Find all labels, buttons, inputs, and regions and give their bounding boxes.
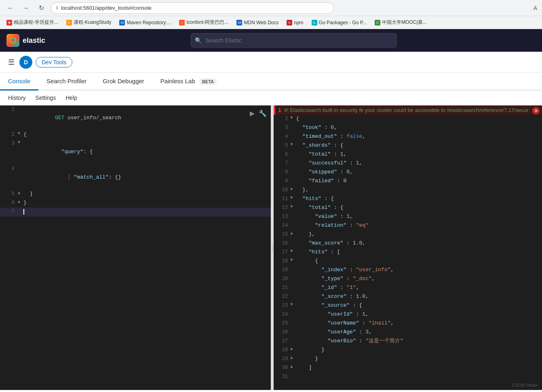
app-toolbar: ☰ D Dev Tools <box>0 52 542 73</box>
output-line-31: 31 <box>274 373 542 381</box>
text-cursor <box>23 209 24 215</box>
editor-line-3: 3 ▼ "query": { <box>0 139 271 164</box>
bookmark-6[interactable]: G Go Packages - Go P... <box>308 19 370 26</box>
editor-line-2: 2 ▼ { <box>0 131 271 139</box>
warning-banner: 1 #! Elasticsearch built-in security fe … <box>274 105 542 115</box>
bookmark-2[interactable]: M Maven Repository:... <box>116 19 174 26</box>
output-line-18: 18 ▼ { <box>274 257 542 266</box>
wrench-button[interactable]: 🔧 <box>258 109 268 118</box>
bookmark-favicon-1: K <box>66 20 72 25</box>
output-line-26: 26 "userAge" : 3, <box>274 328 542 337</box>
warning-text: 1 #! Elasticsearch built-in security fe … <box>278 107 529 113</box>
output-line-22: 22 "_score" : 1.0, <box>274 293 542 301</box>
warning-close-button[interactable]: ✕ <box>532 107 540 114</box>
code-text-7 <box>23 208 24 216</box>
bookmark-label-0: 精品课程-学历提升... <box>14 19 58 26</box>
code-text-4: │ "match_all": {} <box>23 165 121 190</box>
elastic-logo-text: elastic <box>23 36 45 45</box>
output-line-29: 29 ▲ } <box>274 355 542 364</box>
fold-6: ▲ <box>18 199 22 205</box>
search-icon: 🔍 <box>195 37 202 44</box>
elastic-logo[interactable]: elastic <box>6 34 45 47</box>
editor-panel: ▶ 🔧 1 GET user_info/_search 2 ▼ { 3 ▼ <box>0 105 271 390</box>
beta-badge: BETA <box>199 78 217 85</box>
bookmark-favicon-7: C <box>375 20 380 25</box>
line-number-6: 6 <box>3 199 15 207</box>
code-text-1: GET user_info/_search <box>23 105 121 131</box>
bookmark-favicon-0: ★ <box>6 20 12 25</box>
output-line-17: 17 ▼ "hits" : [ <box>274 248 542 257</box>
code-text-6: } <box>23 199 27 207</box>
a11y-label: A <box>534 5 537 11</box>
elastic-search-wrap: 🔍 <box>191 33 397 48</box>
editor-content[interactable]: 1 GET user_info/_search 2 ▼ { 3 ▼ "query… <box>0 105 271 390</box>
output-line-15: 15 ▲ }, <box>274 230 542 239</box>
editor-line-4: 4 │ "match_all": {} <box>0 165 271 190</box>
output-line-5: 5 ▼ "_shards" : { <box>274 141 542 150</box>
bookmark-favicon-3: i <box>179 20 185 25</box>
output-line-4: 4 "timed_out" : false, <box>274 133 542 141</box>
output-line-3: 3 "took" : 0, <box>274 124 542 133</box>
tabs-bar: Console Search Profiler Grok Debugger Pa… <box>0 73 542 91</box>
address-bar[interactable]: ℹ localhost:5601/app/dev_tools#/console <box>51 2 334 14</box>
help-button[interactable]: Help <box>64 94 79 102</box>
elastic-header: elastic 🔍 <box>0 29 542 52</box>
output-line-16: 16 "max_score" : 1.0, <box>274 239 542 248</box>
output-line-28: 28 ▲ } <box>274 346 542 355</box>
tab-painless-lab[interactable]: Painless Lab BETA <box>152 73 225 91</box>
user-avatar: D <box>19 56 32 69</box>
output-line-27: 27 "userBio" : "这是一个简介" <box>274 337 542 346</box>
output-line-11: 11 ▼ "hits" : { <box>274 195 542 204</box>
tab-console[interactable]: Console <box>0 73 38 91</box>
elastic-search-input[interactable] <box>191 33 397 48</box>
output-line-20: 20 "_type" : "_doc", <box>274 275 542 284</box>
output-line-23: 23 ▼ "_source" : { <box>274 301 542 310</box>
output-line-25: 25 "userName" : "lhail", <box>274 319 542 328</box>
bookmark-favicon-4: M <box>236 20 242 25</box>
elastic-logo-icon <box>6 34 19 47</box>
output-content[interactable]: 2 ▼ { 3 "took" : 0, 4 "timed_out" : fals… <box>274 115 542 390</box>
bookmark-3[interactable]: i iconfont-阿里巴巴... <box>176 18 232 27</box>
dev-tools-button[interactable]: Dev Tools <box>36 57 72 67</box>
bookmark-label-5: npm <box>294 20 303 25</box>
tab-search-profiler[interactable]: Search Profiler <box>38 73 95 91</box>
editor-actions: ▶ 🔧 <box>249 109 268 118</box>
run-button[interactable]: ▶ <box>249 109 255 118</box>
settings-button[interactable]: Settings <box>34 94 58 102</box>
bookmark-1[interactable]: K 课程-KuangStudy <box>63 18 114 27</box>
editor-line-6: 6 ▲ } <box>0 199 271 208</box>
forward-button[interactable]: → <box>20 2 32 14</box>
bookmark-label-6: Go Packages - Go P... <box>319 20 367 25</box>
output-panel: 1 #! Elasticsearch built-in security fe … <box>274 105 542 390</box>
hamburger-button[interactable]: ☰ <box>6 56 16 68</box>
output-line-14: 14 "relation" : "eq" <box>274 221 542 230</box>
bookmark-label-1: 课程-KuangStudy <box>74 19 111 26</box>
bookmark-favicon-6: G <box>312 20 317 25</box>
bookmark-7[interactable]: C 中国大学MOOC(慕... <box>371 18 430 27</box>
url-text: localhost:5601/app/dev_tools#/console <box>61 5 152 11</box>
editor-line-7: 7 <box>0 208 271 217</box>
output-line-10: 10 ▲ }, <box>274 186 542 195</box>
output-line-12: 12 ▼ "total" : { <box>274 204 542 213</box>
reload-button[interactable]: ↻ <box>36 2 47 14</box>
output-line-24: 24 "userId" : 1, <box>274 310 542 319</box>
bookmarks-bar: ★ 精品课程-学历提升... K 课程-KuangStudy M Maven R… <box>0 16 542 29</box>
output-line-6: 6 "total" : 1, <box>274 150 542 159</box>
fold-2: ▼ <box>18 131 22 137</box>
elastic-search-container: 🔍 <box>191 33 397 48</box>
watermark: CSDN ©lhail <box>512 383 537 388</box>
bookmark-5[interactable]: n npm <box>283 19 306 26</box>
editor-line-5: 5 ▲ } <box>0 190 271 199</box>
output-line-2: 2 ▼ { <box>274 115 542 124</box>
tab-grok-debugger[interactable]: Grok Debugger <box>95 73 152 91</box>
bookmark-label-7: 中国大学MOOC(慕... <box>382 19 427 26</box>
back-button[interactable]: ← <box>5 2 16 14</box>
editor-line-1: 1 GET user_info/_search <box>0 105 271 131</box>
bookmark-0[interactable]: ★ 精品课程-学历提升... <box>3 18 61 27</box>
bookmark-4[interactable]: M MDN Web Docs <box>233 19 282 26</box>
history-button[interactable]: History <box>6 94 27 102</box>
output-line-19: 19 "_index" : "user_info", <box>274 266 542 275</box>
output-line-13: 13 "value" : 1, <box>274 213 542 221</box>
line-number-3: 3 <box>3 139 15 148</box>
bookmark-label-2: Maven Repository:... <box>127 20 171 25</box>
